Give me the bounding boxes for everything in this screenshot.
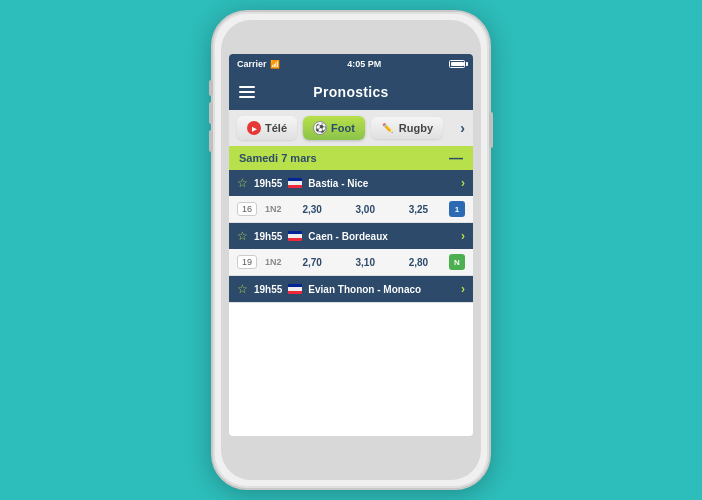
tab-foot-label: Foot: [331, 122, 355, 134]
flag-fr-3: [288, 284, 302, 294]
volume-up-button[interactable]: [209, 102, 213, 124]
match-odds-2: 19 1N2 2,70 3,10 2,80 N: [229, 249, 473, 275]
menu-bar-2: [239, 91, 255, 93]
odds-pick-2[interactable]: N: [449, 254, 465, 270]
status-bar: Carrier 📶 4:05 PM: [229, 54, 473, 74]
phone-outer-shell: Carrier 📶 4:05 PM: [211, 10, 491, 490]
match-time-2: 19h55: [254, 231, 282, 242]
odds-type-2: 1N2: [265, 257, 282, 267]
match-time-1: 19h55: [254, 178, 282, 189]
flag-fr-2: [288, 231, 302, 241]
status-bar-right: [449, 60, 465, 68]
foot-icon: ⚽: [313, 121, 327, 135]
star-icon-2[interactable]: ☆: [237, 229, 248, 243]
rugby-icon: ✏️: [381, 123, 395, 133]
collapse-icon[interactable]: —: [449, 151, 463, 165]
app-title: Pronostics: [313, 84, 388, 100]
status-bar-left: Carrier 📶: [237, 59, 280, 69]
star-icon-1[interactable]: ☆: [237, 176, 248, 190]
volume-down-button[interactable]: [209, 130, 213, 152]
match-arrow-2[interactable]: ›: [461, 229, 465, 243]
date-label: Samedi 7 mars: [239, 152, 317, 164]
tele-icon: [247, 121, 261, 135]
battery-fill: [451, 62, 464, 66]
odds-pick-1[interactable]: 1: [449, 201, 465, 217]
menu-icon[interactable]: [239, 86, 255, 98]
date-header: Samedi 7 mars —: [229, 146, 473, 170]
match-time-3: 19h55: [254, 284, 282, 295]
phone-inner-shell: Carrier 📶 4:05 PM: [221, 20, 481, 480]
odds-val-1-1: 2,30: [290, 204, 335, 215]
tab-rugby[interactable]: ✏️ Rugby: [371, 117, 443, 139]
match-odds-1: 16 1N2 2,30 3,00 3,25 1: [229, 196, 473, 222]
match-arrow-3[interactable]: ›: [461, 282, 465, 296]
match-badge-2: 19: [237, 255, 257, 269]
match-card-3: ☆ 19h55 Evian Thonon - Monaco ›: [229, 276, 473, 303]
flag-red-2: [288, 238, 302, 241]
match-header-2[interactable]: ☆ 19h55 Caen - Bordeaux ›: [229, 223, 473, 249]
flag-red-1: [288, 185, 302, 188]
tab-foot[interactable]: ⚽ Foot: [303, 116, 365, 140]
tab-rugby-label: Rugby: [399, 122, 433, 134]
more-tabs-chevron[interactable]: ›: [460, 120, 465, 136]
match-badge-1: 16: [237, 202, 257, 216]
phone-device: Carrier 📶 4:05 PM: [211, 10, 491, 490]
match-header-3[interactable]: ☆ 19h55 Evian Thonon - Monaco ›: [229, 276, 473, 302]
match-card-2: ☆ 19h55 Caen - Bordeaux › 19 1N2 2,: [229, 223, 473, 276]
match-teams-2: Caen - Bordeaux: [308, 231, 455, 242]
phone-screen: Carrier 📶 4:05 PM: [229, 54, 473, 436]
match-card-1: ☆ 19h55 Bastia - Nice › 16 1N2 2,30: [229, 170, 473, 223]
menu-bar-3: [239, 96, 255, 98]
flag-red-3: [288, 291, 302, 294]
tab-tele[interactable]: Télé: [237, 116, 297, 140]
match-teams-1: Bastia - Nice: [308, 178, 455, 189]
star-icon-3[interactable]: ☆: [237, 282, 248, 296]
menu-bar-1: [239, 86, 255, 88]
power-button[interactable]: [489, 112, 493, 148]
app-header: Pronostics: [229, 74, 473, 110]
odds-val-2-2: 3,10: [343, 257, 388, 268]
odds-val-2-1: 2,70: [290, 257, 335, 268]
match-header-1[interactable]: ☆ 19h55 Bastia - Nice ›: [229, 170, 473, 196]
flag-fr-1: [288, 178, 302, 188]
mute-button[interactable]: [209, 80, 213, 96]
match-teams-3: Evian Thonon - Monaco: [308, 284, 455, 295]
status-bar-time: 4:05 PM: [347, 59, 381, 69]
wifi-icon: 📶: [270, 60, 280, 69]
odds-val-1-3: 3,25: [396, 204, 441, 215]
odds-type-1: 1N2: [265, 204, 282, 214]
match-arrow-1[interactable]: ›: [461, 176, 465, 190]
carrier-label: Carrier: [237, 59, 267, 69]
odds-val-2-3: 2,80: [396, 257, 441, 268]
tab-bar: Télé ⚽ Foot ✏️ Rugby ›: [229, 110, 473, 146]
battery-icon: [449, 60, 465, 68]
odds-val-1-2: 3,00: [343, 204, 388, 215]
tab-tele-label: Télé: [265, 122, 287, 134]
